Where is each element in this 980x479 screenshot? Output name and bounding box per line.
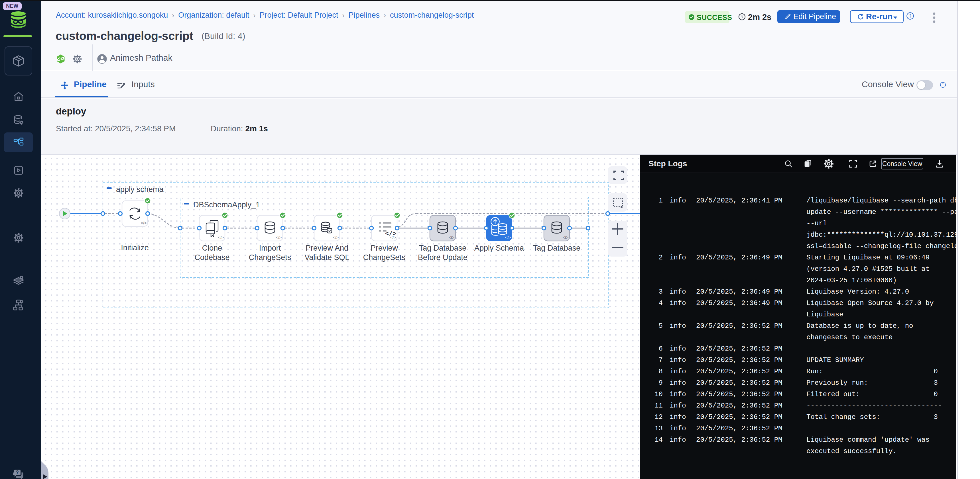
svg-text:Tag Database: Tag Database <box>419 244 467 252</box>
svg-text:Before Update: Before Update <box>418 253 468 262</box>
svg-text:ChangeSets: ChangeSets <box>249 253 291 262</box>
svg-text:</>: </> <box>141 221 146 225</box>
svg-text:Tag Database: Tag Database <box>533 244 581 252</box>
svg-text:</>: </> <box>390 235 396 240</box>
svg-text:Clone: Clone <box>202 244 222 252</box>
svg-text:Initialize: Initialize <box>121 243 149 252</box>
svg-text:</>: </> <box>333 235 339 240</box>
svg-text:Codebase: Codebase <box>194 253 229 262</box>
svg-text:apply schema: apply schema <box>116 185 164 194</box>
svg-text:DBSchemaApply_1: DBSchemaApply_1 <box>193 200 260 209</box>
svg-text:</>: </> <box>563 235 568 240</box>
svg-text:</>: </> <box>449 235 454 240</box>
svg-text:ChangeSets: ChangeSets <box>363 253 406 262</box>
svg-text:Preview And: Preview And <box>305 244 348 252</box>
svg-text:</>: </> <box>276 235 282 240</box>
svg-text:Apply Schema: Apply Schema <box>474 244 524 252</box>
svg-text:Preview: Preview <box>371 244 398 252</box>
svg-text:Import: Import <box>259 244 281 252</box>
svg-text:?: ? <box>16 469 19 475</box>
svg-text:</>: </> <box>505 235 511 240</box>
svg-text:Validate SQL: Validate SQL <box>304 253 349 262</box>
svg-text:</>: </> <box>218 235 224 240</box>
